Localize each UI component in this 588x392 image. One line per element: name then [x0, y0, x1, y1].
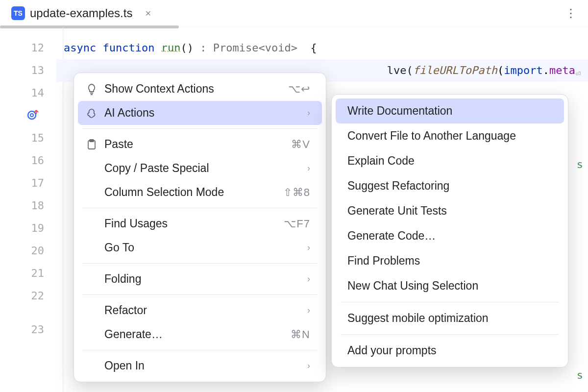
submenu-item-new-chat[interactable]: New Chat Using Selection — [336, 273, 564, 298]
menu-separator — [83, 350, 317, 350]
chevron-right-icon: › — [307, 108, 310, 118]
chevron-right-icon: › — [307, 305, 310, 316]
submenu-item-convert-file[interactable]: Convert File to Another Language — [336, 123, 564, 148]
menu-separator — [83, 294, 317, 295]
code-fragment: s — [577, 158, 583, 171]
menu-separator — [341, 334, 559, 335]
menu-separator — [83, 208, 317, 208]
svg-point-1 — [30, 114, 33, 117]
line-number: 15 — [0, 127, 44, 149]
submenu-item-find-problems[interactable]: Find Problems — [336, 248, 564, 273]
submenu-item-explain-code[interactable]: Explain Code — [336, 148, 564, 173]
line-number: 19 — [0, 217, 44, 240]
line-number: 21 — [0, 262, 44, 285]
menu-separator — [83, 263, 317, 264]
tab-filename: update-examples.ts — [30, 6, 132, 20]
line-number: 22 — [0, 285, 44, 307]
line-number: 13 — [0, 59, 44, 82]
chevron-right-icon: › — [307, 243, 310, 253]
line-gutter: 12 13 14 15 16 17 18 19 20 21 22 23 — [0, 27, 56, 392]
line-number: 14 — [0, 82, 44, 127]
line-number: 12 — [0, 37, 44, 59]
chevron-right-icon: › — [307, 274, 310, 284]
submenu-item-generate-code[interactable]: Generate Code… — [336, 223, 564, 248]
line-number: 17 — [0, 172, 44, 195]
menu-item-generate[interactable]: Generate… ⌘N — [78, 322, 322, 346]
menu-item-go-to[interactable]: Go To › — [78, 236, 322, 260]
line-number: 23 — [0, 307, 44, 343]
menu-separator — [341, 302, 559, 302]
typescript-file-icon: TS — [11, 6, 25, 20]
submenu-item-write-documentation[interactable]: Write Documentation — [336, 98, 564, 123]
submenu-item-add-prompts[interactable]: Add your prompts — [336, 338, 564, 363]
line-number: 20 — [0, 240, 44, 262]
menu-item-folding[interactable]: Folding › — [78, 267, 322, 291]
menu-item-open-in[interactable]: Open In › — [78, 354, 322, 378]
code-line-12: async function run() : Promise<void> { — [64, 37, 588, 59]
line-number: 16 — [0, 149, 44, 172]
submenu-item-generate-unit-tests[interactable]: Generate Unit Tests — [336, 198, 564, 223]
chevron-right-icon: › — [307, 361, 310, 371]
ai-icon — [86, 108, 98, 119]
context-menu: Show Context Actions ⌥↩ AI Actions › Pas… — [74, 73, 326, 382]
menu-item-column-selection[interactable]: Column Selection Mode ⇧⌘8 — [78, 180, 322, 204]
menu-item-paste[interactable]: Paste ⌘V — [78, 132, 322, 156]
run-gutter-icon[interactable] — [26, 106, 39, 129]
menu-item-refactor[interactable]: Refactor › — [78, 298, 322, 322]
menu-separator — [83, 128, 317, 129]
line-number: 18 — [0, 195, 44, 217]
menu-item-copy-paste-special[interactable]: Copy / Paste Special › — [78, 156, 322, 180]
ai-actions-submenu: Write Documentation Convert File to Anot… — [331, 94, 568, 368]
menu-item-show-context-actions[interactable]: Show Context Actions ⌥↩ — [78, 77, 322, 101]
code-fragment: s — [577, 369, 583, 381]
bulb-icon — [86, 83, 98, 95]
submenu-item-suggest-mobile[interactable]: Suggest mobile optimization — [336, 306, 564, 331]
clipboard-icon — [86, 139, 98, 150]
close-tab-icon[interactable]: × — [142, 7, 154, 20]
menu-item-ai-actions[interactable]: AI Actions › — [78, 101, 322, 125]
submenu-item-suggest-refactoring[interactable]: Suggest Refactoring — [336, 173, 564, 198]
more-options-icon[interactable]: ⋮ — [561, 4, 581, 22]
tab-bar: TS update-examples.ts × ⋮ — [0, 0, 588, 27]
chevron-right-icon: › — [307, 163, 310, 173]
menu-item-find-usages[interactable]: Find Usages ⌥F7 — [78, 212, 322, 236]
editor-tab[interactable]: TS update-examples.ts × — [7, 3, 158, 23]
